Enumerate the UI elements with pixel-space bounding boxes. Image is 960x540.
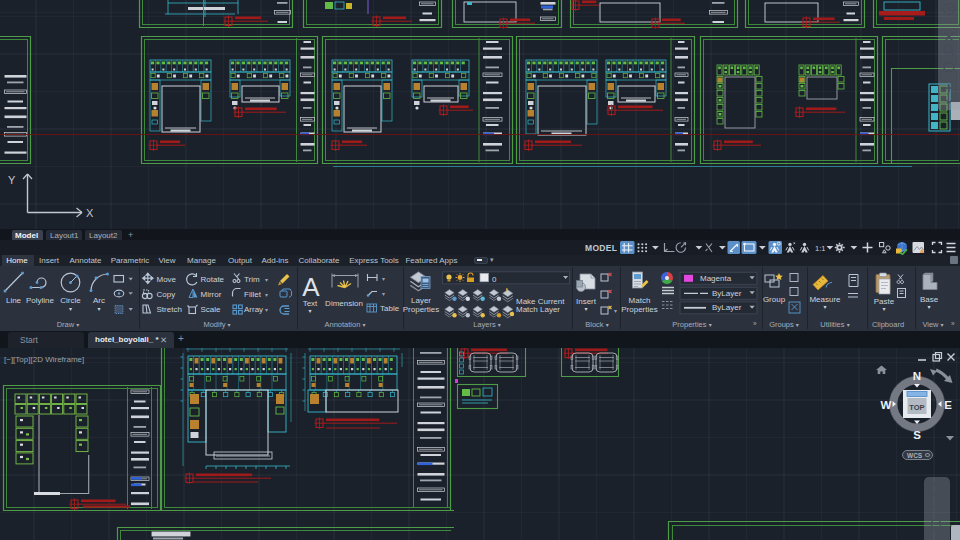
- svg-text:S: S: [913, 429, 921, 441]
- svg-text:Y: Y: [8, 174, 16, 186]
- svg-text:1:1: 1:1: [815, 244, 825, 253]
- svg-text:E: E: [944, 399, 952, 411]
- svg-text:0: 0: [492, 274, 497, 283]
- svg-text:X: X: [86, 207, 94, 219]
- svg-text:N: N: [913, 370, 921, 382]
- svg-text:A: A: [302, 272, 320, 302]
- svg-text:TOP: TOP: [909, 403, 924, 412]
- svg-text:W: W: [881, 399, 892, 411]
